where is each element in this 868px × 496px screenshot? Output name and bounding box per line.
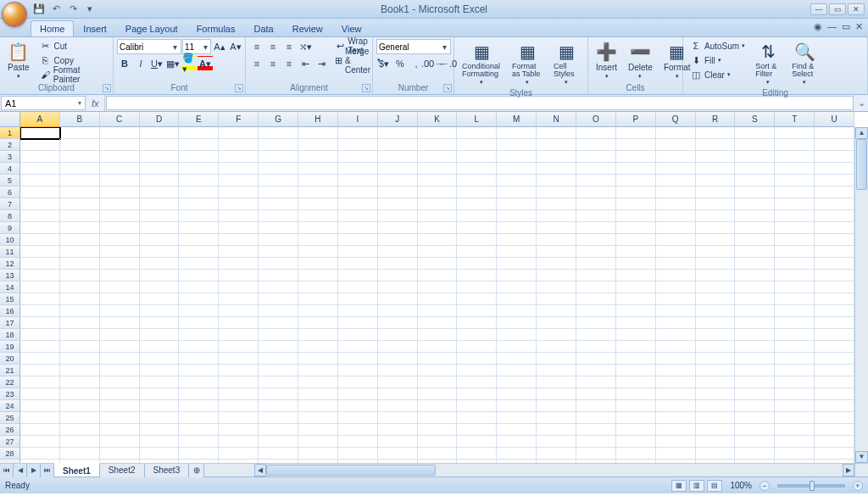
cell-C21[interactable]	[100, 365, 140, 376]
cell-U11[interactable]	[815, 246, 854, 258]
cell-F21[interactable]	[219, 365, 259, 376]
cell-L17[interactable]	[457, 317, 497, 329]
cell-J10[interactable]	[378, 234, 418, 246]
cell-B22[interactable]	[60, 376, 100, 388]
column-header-H[interactable]: H	[298, 112, 338, 127]
cell-U25[interactable]	[815, 412, 854, 424]
cell-L1[interactable]	[457, 127, 497, 139]
cell-D26[interactable]	[140, 424, 180, 436]
cell-R22[interactable]	[696, 376, 736, 388]
cell-F25[interactable]	[219, 412, 259, 424]
fx-icon[interactable]: fx	[86, 95, 105, 111]
cell-S16[interactable]	[735, 305, 775, 317]
cell-N28[interactable]	[537, 448, 576, 460]
cell-P6[interactable]	[616, 187, 656, 198]
cell-A25[interactable]	[20, 412, 60, 424]
cell-G26[interactable]	[259, 424, 298, 436]
cell-T9[interactable]	[775, 222, 815, 234]
cell-T4[interactable]	[775, 163, 815, 175]
cell-D5[interactable]	[140, 175, 180, 187]
cell-S27[interactable]	[735, 436, 775, 448]
cell-G23[interactable]	[259, 388, 298, 400]
cell-B8[interactable]	[60, 210, 100, 222]
name-box[interactable]: ▾	[1, 96, 86, 110]
row-header-8[interactable]: 8	[0, 210, 20, 222]
cell-C20[interactable]	[100, 353, 140, 365]
cell-B19[interactable]	[60, 341, 100, 353]
cell-U9[interactable]	[815, 222, 854, 234]
number-dialog-launcher[interactable]: ↘	[443, 84, 452, 92]
cell-P11[interactable]	[616, 246, 656, 258]
cell-C7[interactable]	[100, 198, 140, 210]
cell-P8[interactable]	[616, 210, 656, 222]
cell-Q1[interactable]	[656, 127, 696, 139]
cell-F8[interactable]	[219, 210, 259, 222]
cell-S19[interactable]	[735, 341, 775, 353]
row-header-25[interactable]: 25	[0, 412, 20, 424]
cell-H7[interactable]	[298, 198, 338, 210]
cell-P17[interactable]	[616, 317, 656, 329]
cell-F15[interactable]	[219, 293, 259, 305]
format-painter-button[interactable]: 🖌Format Painter	[36, 68, 109, 81]
cell-R16[interactable]	[696, 305, 736, 317]
column-header-L[interactable]: L	[457, 112, 497, 127]
cell-L16[interactable]	[457, 305, 497, 317]
cell-O14[interactable]	[576, 281, 616, 293]
cell-K18[interactable]	[418, 329, 458, 341]
redo-icon[interactable]: ↷	[66, 3, 80, 16]
cell-A27[interactable]	[20, 436, 60, 448]
cell-M7[interactable]	[497, 198, 537, 210]
cell-L4[interactable]	[457, 163, 497, 175]
cell-N21[interactable]	[537, 365, 576, 376]
cell-J14[interactable]	[378, 281, 418, 293]
cell-I15[interactable]	[338, 293, 378, 305]
cell-R2[interactable]	[696, 139, 736, 151]
cell-D10[interactable]	[140, 234, 180, 246]
cell-I23[interactable]	[338, 388, 378, 400]
sheet-tab-sheet1[interactable]: Sheet1	[54, 463, 100, 476]
row-header-16[interactable]: 16	[0, 305, 20, 317]
cell-A6[interactable]	[20, 187, 60, 198]
cell-D25[interactable]	[140, 412, 180, 424]
cell-S9[interactable]	[735, 222, 775, 234]
cell-Q15[interactable]	[656, 293, 696, 305]
cell-U4[interactable]	[815, 163, 854, 175]
decrease-font-icon[interactable]: A▾	[228, 39, 243, 54]
cell-M17[interactable]	[497, 317, 537, 329]
cell-F26[interactable]	[219, 424, 259, 436]
cell-K22[interactable]	[418, 376, 458, 388]
cell-D20[interactable]	[140, 353, 180, 365]
cell-R4[interactable]	[696, 163, 736, 175]
sort-filter-button[interactable]: ⇅Sort & Filter▾	[751, 39, 785, 88]
cell-C6[interactable]	[100, 187, 140, 198]
cell-E17[interactable]	[179, 317, 219, 329]
cell-I6[interactable]	[338, 187, 378, 198]
cell-A9[interactable]	[20, 222, 60, 234]
cell-E19[interactable]	[179, 341, 219, 353]
cell-Q21[interactable]	[656, 365, 696, 376]
cell-M11[interactable]	[497, 246, 537, 258]
number-format-combo[interactable]: ▾	[376, 39, 451, 54]
row-header-4[interactable]: 4	[0, 163, 20, 175]
cell-G28[interactable]	[259, 448, 298, 460]
cell-Q6[interactable]	[656, 187, 696, 198]
vertical-scrollbar[interactable]: ▲ ▼	[854, 127, 868, 463]
cell-K1[interactable]	[418, 127, 458, 139]
cell-D24[interactable]	[140, 400, 180, 412]
cell-T6[interactable]	[775, 187, 815, 198]
column-header-T[interactable]: T	[775, 112, 815, 127]
cell-J19[interactable]	[378, 341, 418, 353]
cell-C4[interactable]	[100, 163, 140, 175]
horizontal-scrollbar[interactable]: ◀ ▶	[254, 463, 854, 476]
cell-O24[interactable]	[576, 400, 616, 412]
cell-B15[interactable]	[60, 293, 100, 305]
cell-M14[interactable]	[497, 281, 537, 293]
scroll-left-icon[interactable]: ◀	[254, 464, 266, 476]
column-header-U[interactable]: U	[815, 112, 854, 127]
cell-B12[interactable]	[60, 258, 100, 270]
cell-S18[interactable]	[735, 329, 775, 341]
cell-M21[interactable]	[497, 365, 537, 376]
cell-L14[interactable]	[457, 281, 497, 293]
cell-M23[interactable]	[497, 388, 537, 400]
cell-B11[interactable]	[60, 246, 100, 258]
